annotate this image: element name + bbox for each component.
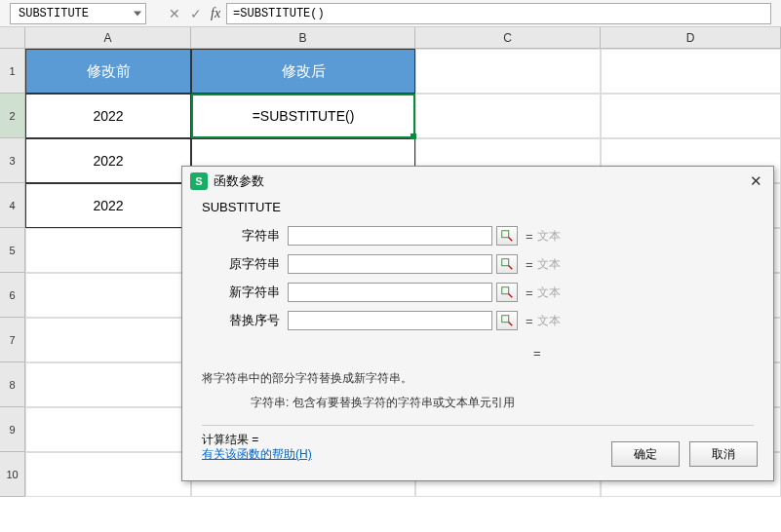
result-equals: = — [202, 346, 754, 361]
row-header-2[interactable]: 2 — [0, 94, 25, 138]
param-label: 新字符串 — [202, 284, 280, 301]
row-header-1[interactable]: 1 — [0, 49, 25, 94]
function-description: 将字符串中的部分字符替换成新字符串。 — [202, 370, 754, 387]
col-header-A[interactable]: A — [25, 27, 191, 49]
svg-rect-3 — [502, 316, 509, 323]
cell-A8[interactable] — [25, 362, 191, 407]
row-header-10[interactable]: 10 — [0, 452, 25, 497]
param-input-new[interactable] — [288, 283, 492, 302]
range-select-icon[interactable] — [496, 254, 518, 274]
cell-B1[interactable]: 修改后 — [191, 49, 415, 94]
row-header-5[interactable]: 5 — [0, 228, 25, 273]
dialog-titlebar[interactable]: S 函数参数 ✕ — [182, 167, 773, 196]
col-header-C[interactable]: C — [415, 27, 601, 49]
cell-A6[interactable] — [25, 273, 191, 318]
cell-A7[interactable] — [25, 318, 191, 362]
formula-input[interactable]: =SUBSTITUTE() — [226, 3, 771, 24]
cell-B2[interactable]: =SUBSTITUTE() — [191, 94, 415, 138]
row-header-6[interactable]: 6 — [0, 273, 25, 318]
range-select-icon[interactable] — [496, 226, 518, 246]
param-hint: 文本 — [537, 285, 561, 301]
row-header-3[interactable]: 3 — [0, 138, 25, 183]
ok-button[interactable]: 确定 — [611, 441, 680, 467]
function-name: SUBSTITUTE — [202, 200, 754, 214]
cell-A10[interactable] — [25, 452, 191, 497]
param-hint: 文本 — [537, 228, 561, 245]
cell-C1[interactable] — [415, 49, 601, 94]
cell-D2[interactable] — [601, 94, 781, 138]
col-header-D[interactable]: D — [601, 27, 781, 49]
equals-sign: = — [526, 285, 533, 300]
name-box[interactable]: SUBSTITUTE — [10, 3, 146, 24]
fx-icon[interactable]: fx — [211, 6, 220, 21]
svg-rect-0 — [502, 231, 509, 238]
range-select-icon[interactable] — [496, 283, 518, 302]
row-header-8[interactable]: 8 — [0, 362, 25, 407]
equals-sign: = — [526, 314, 533, 328]
param-input-text[interactable] — [288, 226, 492, 246]
param-row-text: 字符串 = 文本 — [202, 222, 754, 249]
cell-A4[interactable]: 2022 — [25, 183, 191, 228]
param-description: 字符串: 包含有要替换字符的字符串或文本单元引用 — [251, 395, 754, 411]
separator — [202, 425, 754, 426]
svg-rect-1 — [502, 259, 509, 266]
cell-A2[interactable]: 2022 — [25, 94, 191, 138]
select-all-corner[interactable] — [0, 27, 25, 49]
cell-A1[interactable]: 修改前 — [25, 49, 191, 94]
col-header-B[interactable]: B — [191, 27, 415, 49]
row-header-9[interactable]: 9 — [0, 407, 25, 452]
range-select-icon[interactable] — [496, 311, 518, 330]
app-icon: S — [190, 172, 208, 190]
cell-C2[interactable] — [415, 94, 601, 138]
formula-bar: SUBSTITUTE ✕ ✓ fx =SUBSTITUTE() — [0, 0, 781, 27]
svg-rect-2 — [502, 287, 509, 294]
param-label: 替换序号 — [202, 312, 280, 329]
cell-D1[interactable] — [601, 49, 781, 94]
param-label: 字符串 — [202, 227, 280, 245]
cell-A3[interactable]: 2022 — [25, 138, 191, 183]
dialog-title: 函数参数 — [214, 172, 264, 190]
row-header-4[interactable]: 4 — [0, 183, 25, 228]
close-icon[interactable]: ✕ — [746, 171, 765, 191]
cell-A5[interactable] — [25, 228, 191, 273]
cancel-button[interactable]: 取消 — [689, 441, 758, 467]
cancel-icon[interactable]: ✕ — [164, 3, 185, 24]
param-hint: 文本 — [537, 256, 561, 273]
confirm-icon[interactable]: ✓ — [185, 3, 207, 24]
param-input-old[interactable] — [288, 254, 492, 274]
help-link[interactable]: 有关该函数的帮助(H) — [202, 446, 312, 463]
equals-sign: = — [526, 229, 533, 244]
param-input-instance[interactable] — [288, 311, 492, 330]
equals-sign: = — [526, 257, 533, 272]
param-hint: 文本 — [537, 313, 561, 329]
param-label: 原字符串 — [202, 255, 280, 273]
param-row-instance: 替换序号 = 文本 — [202, 307, 754, 334]
param-row-old: 原字符串 = 文本 — [202, 250, 754, 278]
row-header-7[interactable]: 7 — [0, 318, 25, 362]
function-arguments-dialog: S 函数参数 ✕ SUBSTITUTE 字符串 = 文本 原字符串 = 文本 新… — [181, 166, 774, 481]
param-row-new: 新字符串 = 文本 — [202, 279, 754, 306]
cell-A9[interactable] — [25, 407, 191, 452]
